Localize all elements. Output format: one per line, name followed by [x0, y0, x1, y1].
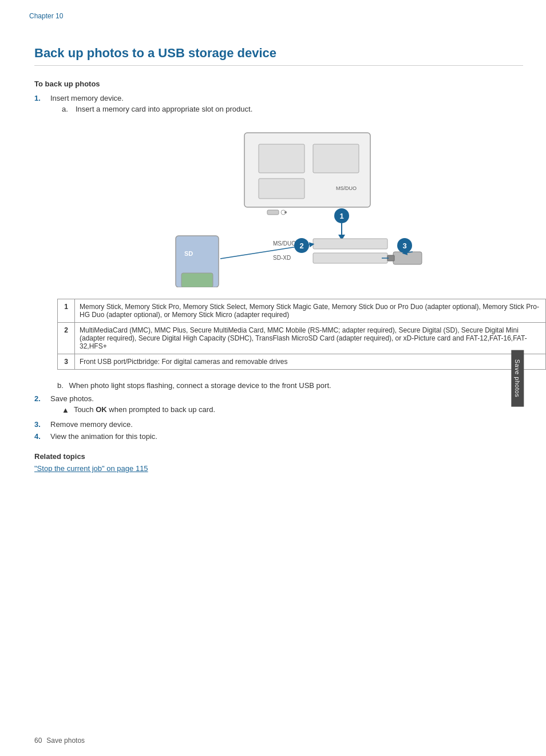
svg-rect-5 — [267, 210, 279, 215]
table-row-num: 2 — [58, 323, 75, 354]
step-4-text: View the animation for this topic. — [50, 432, 523, 441]
step-1-content: Insert memory device. Insert a memory ca… — [50, 94, 523, 116]
svg-text:SD-XD: SD-XD — [273, 255, 291, 261]
side-tab: Save photos — [512, 350, 524, 406]
step-2-substeps: ▲ Touch OK when prompted to back up card… — [62, 405, 523, 414]
svg-text:2: 2 — [299, 242, 303, 250]
related-topics-heading: Related topics — [34, 452, 523, 461]
triangle-icon: ▲ — [62, 406, 69, 414]
table-row-text: Memory Stick, Memory Stick Pro, Memory S… — [75, 299, 546, 323]
card-slots-diagram: MS/DUO 1 SD MS/DUO SD-XD — [147, 127, 433, 287]
svg-text:MS/DUO: MS/DUO — [273, 240, 296, 247]
svg-rect-15 — [313, 239, 387, 249]
svg-text:MS/DUO: MS/DUO — [336, 185, 357, 191]
table-row-num: 3 — [58, 354, 75, 370]
svg-rect-3 — [259, 179, 304, 199]
ok-bold: OK — [96, 405, 107, 414]
table-row: 1 Memory Stick, Memory Stick Pro, Memory… — [58, 299, 546, 323]
page-footer: 60 Save photos — [34, 737, 85, 745]
svg-rect-1 — [259, 144, 304, 173]
svg-rect-22 — [393, 252, 422, 264]
step-1-text: Insert memory device. — [50, 94, 124, 102]
table-row-text: MultiMediaCard (MMC), MMC Plus, Secure M… — [75, 323, 546, 354]
footer-section-name: Save photos — [46, 737, 85, 745]
chapter-label: Chapter 10 — [29, 12, 63, 20]
step-3: Remove memory device. — [34, 420, 523, 429]
step-4: View the animation for this topic. — [34, 432, 523, 441]
step-1a: Insert a memory card into appropriate sl… — [62, 105, 523, 113]
svg-text:3: 3 — [402, 242, 406, 250]
table-row-text: Front USB port/Pictbridge: For digital c… — [75, 354, 546, 370]
table-row: 3 Front USB port/Pictbridge: For digital… — [58, 354, 546, 370]
svg-point-7 — [284, 211, 287, 213]
step-3-text: Remove memory device. — [50, 420, 523, 429]
card-types-table: 1 Memory Stick, Memory Stick Pro, Memory… — [57, 299, 546, 370]
steps-list: Insert memory device. Insert a memory ca… — [34, 94, 523, 116]
step-2-content: Save photos. ▲ Touch OK when prompted to… — [50, 394, 523, 417]
step-1a-text: Insert a memory card into appropriate sl… — [76, 105, 523, 113]
step-1b-text: When photo light stops flashing, connect… — [69, 381, 331, 390]
table-row-num: 1 — [58, 299, 75, 323]
svg-rect-17 — [313, 253, 387, 263]
main-content: Back up photos to a USB storage device T… — [34, 46, 523, 473]
svg-text:1: 1 — [339, 212, 343, 220]
step-1b-label: b. — [57, 381, 64, 390]
step-1-substeps: Insert a memory card into appropriate sl… — [62, 105, 523, 113]
step-2-text: Save photos. — [50, 394, 94, 403]
section-heading: To back up photos — [34, 80, 523, 88]
step-2: Save photos. ▲ Touch OK when prompted to… — [34, 394, 523, 417]
step-2-sub: ▲ Touch OK when prompted to back up card… — [62, 405, 523, 414]
related-link[interactable]: "Stop the current job" on page 115 — [34, 464, 148, 473]
page-title: Back up photos to a USB storage device — [34, 46, 523, 66]
step-2-sub-text: Touch OK when prompted to back up card. — [74, 405, 215, 414]
diagram-container: MS/DUO 1 SD MS/DUO SD-XD — [57, 127, 523, 287]
step-1b-container: b. When photo light stops flashing, conn… — [57, 381, 523, 390]
step-1: Insert memory device. Insert a memory ca… — [34, 94, 523, 116]
svg-rect-2 — [313, 144, 359, 173]
steps-list-2: Save photos. ▲ Touch OK when prompted to… — [34, 394, 523, 441]
related-link-container: "Stop the current job" on page 115 — [34, 464, 523, 473]
footer-page-number: 60 — [34, 737, 42, 745]
table-row: 2 MultiMediaCard (MMC), MMC Plus, Secure… — [58, 323, 546, 354]
svg-rect-14 — [181, 273, 213, 287]
svg-text:SD: SD — [184, 250, 193, 257]
